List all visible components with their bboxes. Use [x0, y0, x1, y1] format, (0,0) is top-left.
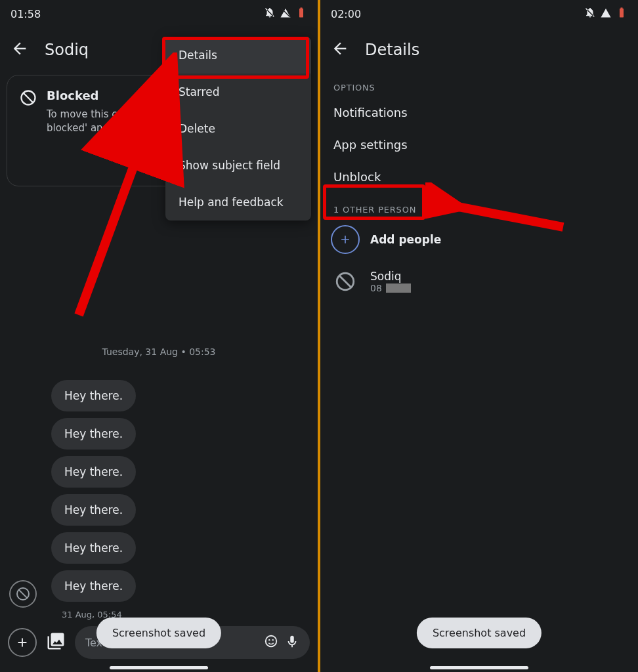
signal-icon [280, 7, 291, 21]
contact-avatar-blocked[interactable] [9, 580, 37, 608]
dnd-icon [264, 7, 276, 21]
page-title: Details [365, 41, 419, 59]
emoji-button[interactable] [264, 634, 278, 651]
svg-line-4 [19, 590, 28, 598]
overflow-menu: Details Starred Delete Show subject fiel… [165, 37, 311, 220]
status-bar: 02:00 [320, 0, 638, 25]
menu-item-show-subject[interactable]: Show subject field [165, 147, 311, 184]
status-time: 02:00 [331, 8, 361, 20]
add-people-row[interactable]: Add people [320, 219, 638, 261]
message-bubble[interactable]: Hey there. [51, 380, 136, 411]
person-name: Sodiq [370, 270, 411, 283]
add-people-label: Add people [370, 233, 441, 246]
nav-home-indicator[interactable] [430, 666, 528, 669]
status-bar: 01:58 [0, 0, 318, 25]
add-attachment-button[interactable] [8, 628, 37, 657]
option-unblock[interactable]: Unblock [320, 161, 638, 193]
screenshot-saved-toast[interactable]: Screenshot saved [417, 618, 542, 648]
message-bubble[interactable]: Hey there. [51, 418, 136, 450]
redacted-phone [386, 284, 411, 293]
messages-list: Hey there. Hey there. Hey there. Hey the… [42, 380, 310, 620]
nav-home-indicator[interactable] [110, 666, 208, 669]
svg-line-10 [339, 276, 351, 287]
menu-item-help[interactable]: Help and feedback [165, 184, 311, 220]
dnd-icon [584, 7, 596, 21]
option-notifications[interactable]: Notifications [320, 96, 638, 129]
status-icons [264, 7, 307, 21]
add-icon [331, 225, 360, 254]
person-row[interactable]: Sodiq 08 [320, 261, 638, 303]
phone-screen-conversation: 01:58 Sodiq Blocked To move this convers… [0, 0, 319, 672]
app-bar: Details [320, 25, 638, 71]
section-label-options: OPTIONS [320, 71, 638, 96]
date-divider: Tuesday, 31 Aug • 05:53 [0, 346, 318, 357]
message-bubble[interactable]: Hey there. [51, 456, 136, 488]
menu-item-delete[interactable]: Delete [165, 110, 311, 147]
blocked-icon [331, 267, 360, 296]
voice-button[interactable] [285, 634, 299, 651]
back-button[interactable] [331, 39, 349, 60]
status-icons [584, 7, 627, 21]
svg-point-5 [266, 636, 277, 647]
message-bubble[interactable]: Hey there. [51, 570, 136, 602]
message-bubble[interactable]: Hey there. [51, 494, 136, 526]
person-phone: 08 [370, 283, 411, 293]
blocked-icon [19, 89, 37, 167]
signal-icon [600, 7, 612, 21]
phone-screen-details: 02:00 Details OPTIONS Notifications App … [319, 0, 638, 672]
menu-item-starred[interactable]: Starred [165, 74, 311, 110]
section-label-people: 1 OTHER PERSON [320, 193, 638, 219]
svg-point-7 [272, 639, 274, 640]
message-bubble[interactable]: Hey there. [51, 532, 136, 564]
menu-item-details[interactable]: Details [165, 37, 311, 74]
svg-line-1 [24, 93, 33, 103]
battery-icon [616, 7, 627, 21]
battery-icon [295, 7, 307, 21]
back-button[interactable] [11, 39, 29, 60]
screenshot-saved-toast[interactable]: Screenshot saved [96, 618, 221, 648]
gallery-button[interactable] [46, 631, 66, 654]
svg-point-6 [268, 639, 270, 640]
option-app-settings[interactable]: App settings [320, 129, 638, 161]
conversation-title[interactable]: Sodiq [45, 41, 89, 59]
status-time: 01:58 [11, 8, 41, 20]
